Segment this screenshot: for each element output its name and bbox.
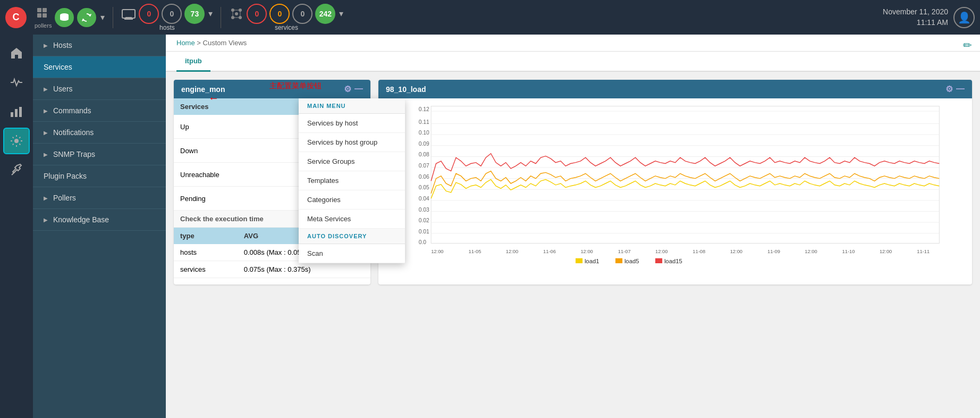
svg-text:11-11: 11-11 xyxy=(917,249,930,254)
svg-rect-2 xyxy=(37,13,41,18)
svg-point-12 xyxy=(235,12,238,15)
logo[interactable]: C xyxy=(5,7,27,28)
hosts-counter-gray[interactable]: 0 xyxy=(162,4,182,24)
sidebar-item-services[interactable]: Services xyxy=(33,56,166,78)
sidebar-item-users[interactable]: ▶ Users xyxy=(33,78,166,100)
sidebar-item-knowledge-base[interactable]: ▶ Knowledge Base xyxy=(33,209,166,231)
table-row: services 0.075s (Max : 0.375s) xyxy=(174,261,370,278)
svg-rect-35 xyxy=(431,106,939,244)
nav-home-icon[interactable] xyxy=(3,40,30,66)
dropdown-meta-services[interactable]: Meta Services xyxy=(299,210,405,229)
date-text: November 11, 2020 xyxy=(883,7,948,18)
edit-icon[interactable]: ✏ xyxy=(963,39,972,52)
svg-rect-3 xyxy=(43,13,47,18)
svg-rect-66 xyxy=(655,258,662,263)
time-text: 11:11 AM xyxy=(883,18,948,28)
services-counter-green[interactable]: 242 xyxy=(315,4,335,24)
services-label: services xyxy=(275,24,298,31)
load-minimize-icon[interactable]: — xyxy=(956,84,965,94)
svg-point-20 xyxy=(14,139,19,143)
svg-rect-5 xyxy=(122,10,135,18)
sidebar-kb-label: Knowledge Base xyxy=(53,215,109,224)
breadcrumb-home[interactable]: Home xyxy=(176,39,195,47)
tab-bar: itpub xyxy=(166,52,980,72)
dropdown-categories[interactable]: Categories xyxy=(299,190,405,210)
commands-chevron-icon: ▶ xyxy=(44,108,48,114)
svg-text:0.05: 0.05 xyxy=(419,185,429,190)
sidebar-item-plugin-packs[interactable]: Plugin Packs xyxy=(33,165,166,187)
notifications-chevron-icon: ▶ xyxy=(44,130,48,136)
exec-services-label: services xyxy=(174,261,238,278)
sidebar-commands-label: Commands xyxy=(53,106,91,115)
services-chevron[interactable]: ▾ xyxy=(339,9,343,19)
user-avatar[interactable]: 👤 xyxy=(953,7,975,28)
svg-text:0.11: 0.11 xyxy=(419,119,429,125)
services-top: 0 0 0 242 ▾ xyxy=(229,4,343,24)
poller-refresh-icon[interactable] xyxy=(77,8,96,27)
svg-text:12:00: 12:00 xyxy=(880,249,892,254)
svg-text:12:00: 12:00 xyxy=(805,249,817,254)
dropdown-scan[interactable]: Scan xyxy=(299,244,405,263)
sidebar-item-snmp-traps[interactable]: ▶ SNMP Traps xyxy=(33,144,166,165)
tab-itpub[interactable]: itpub xyxy=(176,52,210,72)
pollers-label: pollers xyxy=(35,22,52,29)
sidebar-item-notifications[interactable]: ▶ Notifications xyxy=(33,122,166,144)
services-counter-orange[interactable]: 0 xyxy=(269,4,290,24)
svg-text:load1: load1 xyxy=(585,258,599,263)
exec-hosts-label: hosts xyxy=(174,244,238,261)
annotation-text: 主配置菜单按钮 xyxy=(269,81,322,91)
svg-text:0.07: 0.07 xyxy=(419,163,429,169)
main-menu-label: MAIN MENU xyxy=(299,98,405,114)
topbar: C pollers ▾ xyxy=(0,0,980,35)
dropdown-service-groups[interactable]: Service Groups xyxy=(299,152,405,171)
nav-settings-icon[interactable] xyxy=(3,128,30,154)
hosts-chevron-icon: ▶ xyxy=(44,43,48,48)
kb-chevron-icon: ▶ xyxy=(44,217,48,223)
services-counter-gray[interactable]: 0 xyxy=(292,4,312,24)
hosts-counter-green[interactable]: 73 xyxy=(184,4,205,24)
sidebar-plugins-label: Plugin Packs xyxy=(44,172,87,180)
poller-db-icon[interactable] xyxy=(55,8,74,27)
row-unreachable-label: Unreachable xyxy=(174,163,295,187)
pollers-section: pollers ▾ xyxy=(35,6,105,29)
svg-text:0.0: 0.0 xyxy=(419,239,427,245)
svg-text:11-05: 11-05 xyxy=(468,249,481,254)
svg-rect-18 xyxy=(15,109,18,117)
engine-minimize-icon[interactable]: — xyxy=(354,84,363,94)
engine-config-icon[interactable]: ⚙ xyxy=(344,84,351,94)
svg-text:load5: load5 xyxy=(624,258,639,263)
svg-rect-19 xyxy=(19,107,22,117)
services-counter-red[interactable]: 0 xyxy=(247,4,267,24)
svg-text:11-09: 11-09 xyxy=(767,249,780,254)
dropdown-services-by-host-group[interactable]: Services by host group xyxy=(299,133,405,152)
svg-rect-0 xyxy=(37,8,41,12)
pollers-chevron-icon: ▶ xyxy=(44,195,48,201)
sidebar-item-hosts[interactable]: ▶ Hosts xyxy=(33,35,166,56)
svg-text:0.02: 0.02 xyxy=(419,218,429,223)
nav-chart-icon[interactable] xyxy=(3,98,30,125)
hosts-section: 0 0 73 ▾ hosts xyxy=(121,4,213,31)
services-dropdown: MAIN MENU Services by host Services by h… xyxy=(299,98,405,263)
breadcrumb-current: Custom Views xyxy=(203,39,247,47)
hosts-chevron[interactable]: ▾ xyxy=(208,9,213,19)
sidebar-item-commands[interactable]: ▶ Commands xyxy=(33,100,166,122)
dropdown-templates[interactable]: Templates xyxy=(299,171,405,190)
hosts-counter-red[interactable]: 0 xyxy=(139,4,159,24)
sidebar-snmp-label: SNMP Traps xyxy=(53,150,95,158)
nav-tools-icon[interactable] xyxy=(3,157,30,183)
dropdown-services-by-host[interactable]: Services by host xyxy=(299,114,405,133)
svg-text:12:00: 12:00 xyxy=(506,249,518,254)
datetime-display: November 11, 2020 11:11 AM xyxy=(883,7,948,28)
load-config-icon[interactable]: ⚙ xyxy=(945,84,953,94)
row-up-label: Up xyxy=(174,115,295,139)
pollers-icon-group[interactable]: pollers xyxy=(35,6,52,29)
exec-type-col: type xyxy=(174,228,238,244)
svg-rect-17 xyxy=(11,112,13,117)
nav-heartbeat-icon[interactable] xyxy=(3,69,30,96)
load-chart-widget: 98_10_load ⚙ — 0.12 0.11 0.10 0.09 0.08 xyxy=(378,80,972,285)
sidebar-item-pollers[interactable]: ▶ Pollers xyxy=(33,187,166,209)
nav-icons xyxy=(0,35,33,418)
pollers-chevron[interactable]: ▾ xyxy=(100,12,105,22)
divider1 xyxy=(113,7,113,28)
content-area: Home > Custom Views ✏ itpub 主配置菜单按钮 ← en… xyxy=(166,35,980,418)
